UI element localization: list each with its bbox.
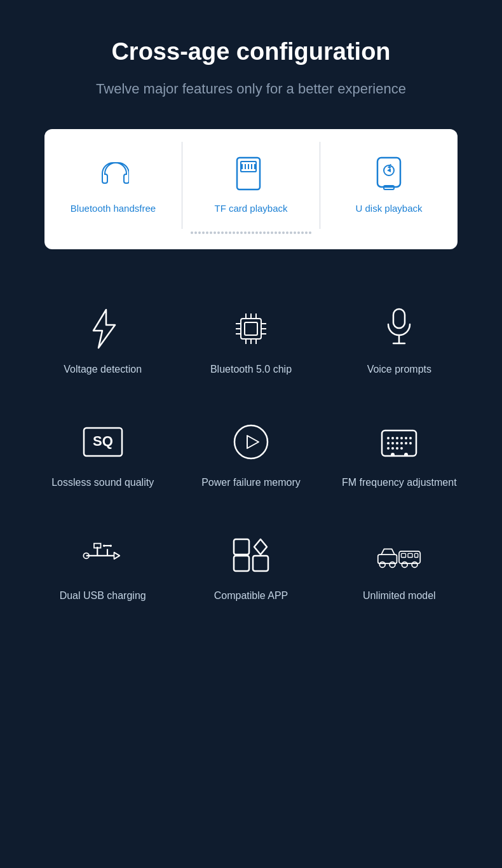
carousel-wrapper: Bluetooth handsfree TF card playback	[44, 129, 458, 249]
play-circle-icon	[229, 420, 273, 464]
tf-card-icon	[232, 155, 270, 193]
svg-point-33	[396, 437, 398, 439]
dual-usb-label: Dual USB charging	[60, 590, 146, 602]
svg-point-34	[400, 437, 403, 439]
svg-point-67	[402, 562, 408, 568]
svg-point-46	[400, 447, 403, 450]
svg-point-48	[404, 453, 408, 457]
feature-dual-usb: Dual USB charging	[29, 514, 177, 627]
feature-voice-prompts: Voice prompts	[325, 287, 473, 401]
voltage-detection-label: Voltage detection	[64, 364, 142, 375]
svg-point-36	[409, 437, 412, 439]
unlimited-model-label: Unlimited model	[363, 590, 436, 602]
feature-unlimited-model: Unlimited model	[325, 514, 473, 627]
svg-rect-57	[234, 556, 249, 571]
svg-rect-58	[234, 539, 249, 555]
features-grid: Voltage detection	[29, 287, 473, 627]
svg-text:SQ: SQ	[93, 433, 113, 449]
svg-point-31	[387, 437, 390, 439]
page-subtitle: Twelve major features only for a better …	[96, 81, 406, 97]
carousel-item-bluetooth-handsfree[interactable]: Bluetooth handsfree	[44, 142, 182, 229]
svg-point-68	[412, 562, 417, 568]
svg-point-56	[109, 544, 112, 547]
svg-point-29	[234, 425, 268, 458]
voice-prompts-label: Voice prompts	[367, 364, 431, 375]
svg-point-45	[396, 447, 398, 450]
udisk-icon	[370, 155, 408, 193]
microphone-icon	[377, 307, 421, 351]
sq-icon: SQ	[81, 420, 125, 464]
carousel-item-tf-card[interactable]: TF card playback	[182, 142, 320, 229]
svg-rect-11	[245, 322, 257, 335]
lightning-icon	[81, 307, 125, 351]
svg-point-43	[387, 447, 390, 450]
svg-rect-66	[415, 553, 418, 557]
svg-point-32	[391, 437, 394, 439]
compatible-app-label: Compatible APP	[214, 590, 288, 602]
svg-point-55	[103, 544, 105, 547]
svg-point-41	[405, 442, 407, 444]
svg-rect-65	[408, 553, 412, 557]
chip-icon	[229, 307, 273, 351]
svg-point-38	[391, 442, 394, 444]
bluetooth-handsfree-label: Bluetooth handsfree	[71, 203, 156, 214]
bluetooth-chip-label: Bluetooth 5.0 chip	[210, 364, 292, 375]
tf-card-label: TF card playback	[214, 203, 287, 214]
svg-point-61	[380, 562, 386, 568]
feature-voltage-detection: Voltage detection	[29, 287, 177, 401]
svg-rect-64	[402, 553, 406, 557]
bluetooth-handsfree-icon	[94, 155, 132, 193]
carousel-scrollbar	[44, 229, 458, 237]
svg-rect-24	[393, 309, 405, 328]
feature-bluetooth-chip: Bluetooth 5.0 chip	[177, 287, 325, 401]
feature-lossless-sound: SQ Lossless sound quality	[29, 401, 177, 514]
svg-point-35	[405, 437, 407, 439]
fm-frequency-label: FM frequency adjustment	[342, 477, 457, 488]
app-icon	[229, 533, 273, 577]
svg-rect-10	[241, 319, 261, 339]
power-failure-label: Power failure memory	[201, 477, 301, 488]
svg-point-47	[391, 453, 395, 457]
svg-rect-59	[253, 556, 268, 571]
page-title: Cross-age configuration	[111, 38, 390, 65]
page-container: Cross-age configuration Twelve major fea…	[0, 0, 502, 678]
carousel-item-udisk[interactable]: U disk playback	[320, 142, 458, 229]
svg-point-62	[390, 562, 395, 568]
svg-rect-7	[377, 158, 400, 187]
svg-point-44	[391, 447, 394, 450]
lossless-sound-label: Lossless sound quality	[51, 477, 154, 488]
udisk-label: U disk playback	[355, 203, 422, 214]
car-icon	[377, 533, 421, 577]
svg-point-37	[387, 442, 390, 444]
fm-radio-icon	[377, 420, 421, 464]
carousel-items: Bluetooth handsfree TF card playback	[44, 142, 458, 229]
svg-point-42	[409, 442, 412, 444]
svg-point-39	[396, 442, 398, 444]
feature-fm-frequency: FM frequency adjustment	[325, 401, 473, 514]
feature-power-failure-memory: Power failure memory	[177, 401, 325, 514]
feature-compatible-app: Compatible APP	[177, 514, 325, 627]
svg-point-40	[400, 442, 403, 444]
usb-icon	[81, 533, 125, 577]
